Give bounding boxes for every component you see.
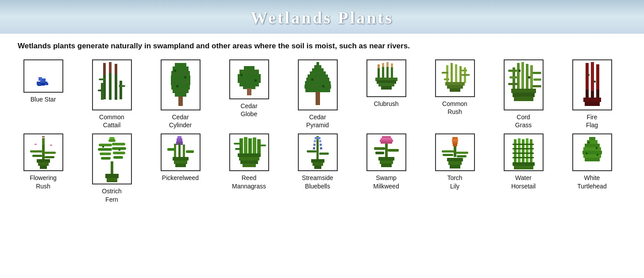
svg-rect-92	[586, 63, 589, 92]
svg-rect-109	[32, 155, 42, 157]
plant-item-fire-flag: FireFlag	[558, 59, 626, 129]
svg-rect-28	[174, 70, 176, 72]
svg-rect-62	[378, 83, 394, 86]
plant-name-torch-lily: TorchLily	[447, 174, 462, 190]
svg-rect-165	[314, 165, 321, 169]
svg-rect-161	[307, 150, 316, 153]
svg-rect-183	[456, 152, 468, 154]
svg-rect-53	[386, 62, 389, 67]
svg-rect-137	[186, 150, 194, 153]
svg-rect-198	[513, 162, 535, 166]
plant-img-common-cattail	[92, 59, 132, 110]
svg-rect-72	[460, 70, 467, 71]
plant-img-cord-grass	[504, 59, 544, 110]
svg-rect-128	[119, 149, 120, 151]
plant-name-blue-star: Blue Star	[31, 95, 56, 103]
svg-rect-74	[447, 85, 463, 89]
svg-rect-10	[115, 64, 117, 75]
svg-rect-112	[38, 162, 49, 166]
svg-rect-117	[100, 153, 111, 155]
plant-item-torch-lily: TorchLily	[420, 133, 489, 190]
svg-rect-82	[532, 72, 541, 74]
svg-rect-47	[305, 85, 331, 89]
svg-rect-43	[310, 71, 326, 75]
svg-rect-146	[234, 143, 241, 145]
svg-rect-101	[594, 81, 596, 82]
svg-rect-126	[107, 178, 117, 182]
plant-item-white-turtlehead: WhiteTurtlehead	[558, 133, 626, 190]
svg-rect-159	[313, 147, 315, 149]
plant-name-ostrich-fern: OstrichFern	[102, 187, 121, 203]
svg-rect-160	[320, 147, 322, 149]
svg-rect-50	[311, 78, 313, 81]
svg-rect-29	[184, 76, 186, 78]
plant-img-blue-star	[23, 59, 63, 93]
plant-item-water-horsetail: WaterHorsetail	[489, 133, 558, 190]
svg-rect-210	[597, 154, 598, 156]
svg-rect-149	[238, 153, 261, 157]
plant-item-clubrush: Clubrush	[352, 59, 420, 108]
plant-name-cedar-cylinder: CedarCylinder	[169, 113, 192, 129]
svg-rect-111	[37, 159, 50, 163]
svg-rect-194	[513, 144, 534, 145]
svg-rect-162	[319, 153, 329, 155]
svg-rect-208	[596, 147, 598, 149]
svg-rect-204	[582, 151, 602, 154]
svg-rect-116	[98, 148, 112, 151]
plant-img-pickerelweed	[161, 133, 201, 171]
svg-rect-27	[178, 96, 183, 106]
plant-img-streamside-bluebells	[298, 133, 338, 171]
svg-rect-191	[522, 139, 524, 162]
svg-rect-6	[38, 84, 41, 86]
plant-img-common-rush	[435, 59, 475, 97]
svg-rect-174	[378, 157, 394, 161]
plant-img-swamp-milkweed	[366, 133, 406, 171]
svg-rect-187	[448, 161, 462, 165]
svg-rect-158	[320, 144, 322, 146]
svg-rect-76	[517, 63, 520, 90]
svg-rect-16	[99, 78, 105, 80]
plant-img-water-horsetail	[504, 133, 544, 171]
svg-rect-200	[589, 137, 595, 141]
svg-rect-134	[178, 143, 181, 157]
plant-item-common-rush: CommonRush	[420, 59, 489, 116]
svg-rect-154	[315, 137, 320, 139]
svg-rect-176	[381, 164, 392, 167]
plant-name-fire-flag: FireFlag	[586, 113, 598, 129]
svg-rect-73	[445, 82, 465, 86]
svg-rect-192	[526, 138, 528, 163]
plant-img-reed-mannagrass	[229, 133, 269, 171]
svg-rect-152	[243, 164, 256, 167]
plant-row-1: Blue Star	[9, 59, 635, 129]
svg-rect-77	[521, 62, 524, 91]
svg-rect-171	[374, 147, 385, 150]
svg-rect-87	[511, 89, 536, 93]
svg-rect-103	[35, 144, 37, 145]
plant-img-white-turtlehead	[572, 133, 612, 171]
plant-name-streamside-bluebells: StreamsideBluebells	[302, 174, 333, 190]
svg-rect-141	[239, 138, 243, 154]
svg-rect-89	[514, 97, 533, 101]
svg-rect-18	[98, 90, 103, 91]
svg-rect-140	[175, 164, 186, 167]
svg-rect-100	[588, 74, 590, 76]
svg-rect-145	[257, 139, 261, 154]
svg-rect-203	[583, 147, 601, 151]
svg-rect-98	[583, 98, 601, 102]
svg-rect-151	[240, 161, 258, 164]
svg-rect-97	[596, 90, 599, 98]
svg-rect-66	[455, 64, 457, 83]
plant-name-cedar-globe: CedarGlobe	[240, 102, 257, 118]
svg-rect-172	[388, 149, 399, 152]
svg-rect-209	[586, 153, 587, 154]
svg-rect-8	[103, 63, 106, 76]
svg-rect-195	[513, 148, 534, 149]
svg-rect-45	[306, 78, 329, 82]
plant-name-swamp-milkweed: SwampMilkweed	[373, 174, 399, 190]
svg-rect-155	[314, 140, 316, 142]
svg-rect-184	[443, 154, 453, 156]
svg-rect-207	[588, 141, 590, 143]
svg-rect-124	[108, 139, 116, 142]
svg-rect-175	[380, 161, 393, 164]
svg-rect-95	[586, 90, 589, 98]
